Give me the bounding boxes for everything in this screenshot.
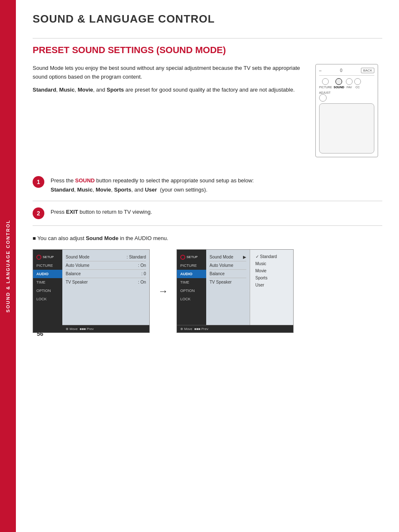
step-1: 1 Press the SOUND button repeatedly to s… <box>33 170 382 201</box>
submenu-movie: Movie <box>253 267 290 274</box>
menu1-row-balance: Balance : 0 <box>66 270 146 278</box>
sidebar: SOUND & LANGUAGE CONTROL <box>0 0 16 532</box>
remote-tab-cc: CC <box>354 78 361 89</box>
menu1-footer: ⊕ Move ■■■ Prev <box>62 325 149 332</box>
menu1-option: OPTION <box>33 286 62 295</box>
page-number: 56 <box>37 330 43 337</box>
menu2-body: SETUP PICTURE AUDIO TIME OPTION LOCK Sou… <box>177 250 293 325</box>
step-1-number: 1 <box>33 176 44 188</box>
step1-music: Music <box>77 187 93 193</box>
menu2-lock: LOCK <box>177 295 206 303</box>
menu1-sidebar: SETUP PICTURE AUDIO TIME OPTION LOCK <box>33 250 62 332</box>
remote-tab-picture: PICTURE <box>319 78 332 89</box>
menu-box-2: SETUP PICTURE AUDIO TIME OPTION LOCK Sou… <box>176 249 294 333</box>
menu1-body: SETUP PICTURE AUDIO TIME OPTION LOCK Sou… <box>33 250 149 332</box>
submenu-user: User <box>253 281 290 289</box>
step1-standard: Standard <box>51 187 74 193</box>
menu2-main: Sound Mode ▶ Auto Volume Balance <box>206 250 250 325</box>
remote-adjust: ADJUST <box>319 91 374 102</box>
menu1-lock: LOCK <box>33 295 62 303</box>
submenu-music: Music <box>253 260 290 267</box>
step1-movie: Movie <box>96 187 111 193</box>
page-title: SOUND & LANGUAGE CONTROL <box>33 13 382 26</box>
menu2-row-balance: Balance <box>210 270 246 278</box>
menu1-audio: AUDIO <box>33 270 62 278</box>
top-divider <box>33 38 382 38</box>
music-bold: Music <box>59 87 75 93</box>
section-heading: PRESET SOUND SETTINGS (SOUND MODE) <box>33 45 382 56</box>
menu2-row-auto-volume: Auto Volume <box>210 261 246 270</box>
menu2-row-tv-speaker: TV Speaker <box>210 278 246 286</box>
remote-dash: – <box>319 68 322 73</box>
step-2-number: 2 <box>33 207 44 219</box>
main-content: SOUND & LANGUAGE CONTROL PRESET SOUND SE… <box>16 0 399 345</box>
remote-top-bar: – 0 BACK <box>319 68 374 76</box>
menu1-row-sound-mode: Sound Mode : Standard <box>66 253 146 261</box>
menu2-sidebar: SETUP PICTURE AUDIO TIME OPTION LOCK <box>177 250 206 325</box>
menu2-submenu: Standard Music Movie Sports User <box>250 250 294 325</box>
movie-bold: Movie <box>78 87 93 93</box>
exit-keyword: EXIT <box>66 209 78 215</box>
menu1-logo: SETUP <box>33 253 62 261</box>
menu1-main: Sound Mode : Standard Auto Volume : On B… <box>62 250 149 325</box>
menu1-time: TIME <box>33 278 62 286</box>
menu1-row-auto-volume: Auto Volume : On <box>66 261 146 270</box>
step-2-content: Press EXIT button to return to TV viewin… <box>51 207 382 217</box>
standard-bold: Standard <box>33 87 56 93</box>
remote-tab-fav: FAV <box>346 78 353 89</box>
menu-screenshots: SETUP PICTURE AUDIO TIME OPTION LOCK Sou… <box>33 249 382 333</box>
menu2-time: TIME <box>177 278 206 286</box>
arrow-icon: → <box>158 285 168 297</box>
remote-back: BACK <box>361 68 374 73</box>
logo-circle <box>36 255 41 260</box>
menu2-option: OPTION <box>177 286 206 295</box>
step1-user: User <box>145 187 157 193</box>
sidebar-label: SOUND & LANGUAGE CONTROL <box>5 220 10 312</box>
submenu-sports: Sports <box>253 274 290 281</box>
tab-circle-fav <box>346 78 353 85</box>
menu2-row-sound-mode: Sound Mode ▶ <box>210 253 246 261</box>
tab-circle-cc <box>354 78 361 85</box>
remote-tab-sound: SOUND <box>334 78 344 89</box>
menu1-row-tv-speaker: TV Speaker : On <box>66 278 146 286</box>
step-1-content: Press the SOUND button repeatedly to sel… <box>51 176 382 194</box>
menu2-audio: AUDIO <box>177 270 206 278</box>
remote-box: – 0 BACK PICTURE SOUND FAV <box>315 64 378 157</box>
intro-text: Sound Mode lets you enjoy the best sound… <box>33 64 303 157</box>
step1-sports: Sports <box>114 187 131 193</box>
menu2-right: Sound Mode ▶ Auto Volume Balance <box>206 250 293 325</box>
logo-circle-2 <box>180 255 185 260</box>
remote-illustration: – 0 BACK PICTURE SOUND FAV <box>315 64 382 157</box>
menu1-right: Sound Mode : Standard Auto Volume : On B… <box>62 250 149 332</box>
menu1-picture: PICTURE <box>33 261 62 270</box>
sound-mode-note: Sound Mode <box>86 235 118 241</box>
remote-adjust-circle <box>319 94 327 102</box>
menu2-container: SETUP PICTURE AUDIO TIME OPTION LOCK Sou… <box>177 250 293 332</box>
sports-bold: Sports <box>107 87 124 93</box>
submenu-standard: Standard <box>253 253 290 260</box>
note: ■ You can also adjust Sound Mode in the … <box>33 234 382 243</box>
intro-para2: Standard, Music, Movie, and Sports are p… <box>33 86 303 95</box>
tab-circle-sound <box>335 78 342 85</box>
step-2: 2 Press EXIT button to return to TV view… <box>33 201 382 226</box>
remote-tabs: PICTURE SOUND FAV CC <box>319 78 374 89</box>
menu1-container: SETUP PICTURE AUDIO TIME OPTION LOCK Sou… <box>33 250 149 332</box>
sound-keyword: SOUND <box>75 177 95 184</box>
remote-body <box>319 103 374 153</box>
tab-circle-picture <box>322 78 329 85</box>
intro-para1: Sound Mode lets you enjoy the best sound… <box>33 64 303 82</box>
menu2-footer: ⊕ Move ■■■ Prev <box>177 325 293 332</box>
intro-section: Sound Mode lets you enjoy the best sound… <box>33 64 382 157</box>
remote-zero: 0 <box>340 68 343 73</box>
menu2-logo: SETUP <box>177 253 206 261</box>
menu2-picture: PICTURE <box>177 261 206 270</box>
menu-box-1: SETUP PICTURE AUDIO TIME OPTION LOCK Sou… <box>33 249 150 333</box>
